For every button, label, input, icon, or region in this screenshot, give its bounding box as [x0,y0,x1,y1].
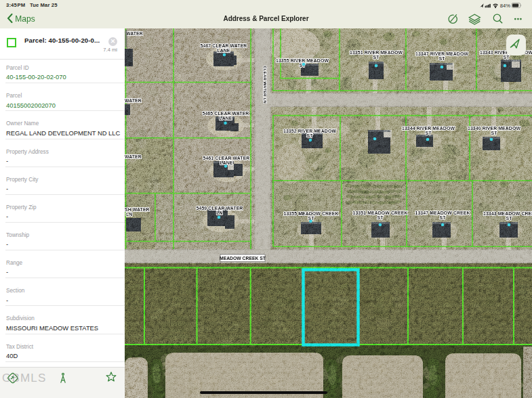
svg-text:CLEAR WATER LN: CLEAR WATER LN [263,66,268,103]
svg-text:MEADOW CREEK ST: MEADOW CREEK ST [220,256,266,261]
svg-text:84%: 84% [500,3,510,9]
